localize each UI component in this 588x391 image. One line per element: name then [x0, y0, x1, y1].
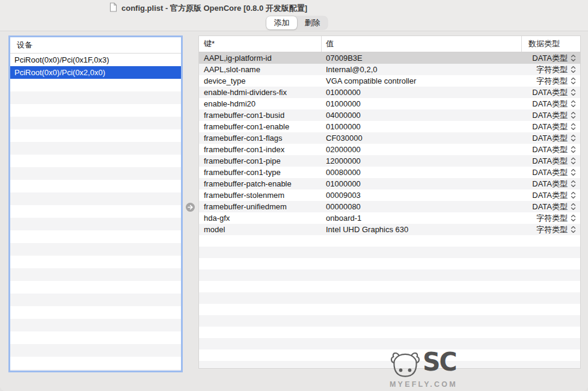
type-stepper[interactable]: [571, 191, 576, 199]
delete-button[interactable]: 删除: [297, 16, 328, 29]
key-cell[interactable]: device_type: [199, 76, 322, 85]
value-cell[interactable]: 12000000: [322, 156, 522, 165]
type-cell[interactable]: DATA类型: [522, 122, 580, 132]
table-row[interactable]: framebuffer-con1-flagsCF030000DATA类型: [199, 132, 580, 144]
table-row[interactable]: framebuffer-patch-enable01000000DATA类型: [199, 178, 580, 189]
type-cell[interactable]: 字符类型: [522, 213, 580, 224]
type-cell[interactable]: DATA类型: [522, 144, 580, 155]
key-cell[interactable]: framebuffer-con1-pipe: [199, 156, 322, 165]
type-stepper[interactable]: [571, 88, 576, 96]
type-label: DATA类型: [532, 167, 568, 178]
key-cell[interactable]: hda-gfx: [199, 214, 322, 223]
table-row[interactable]: framebuffer-stolenmem00009003DATA类型: [199, 189, 580, 201]
transfer-arrow-button[interactable]: [186, 203, 195, 212]
key-cell[interactable]: enable-hdmi20: [199, 99, 322, 108]
type-cell[interactable]: DATA类型: [522, 179, 580, 189]
type-stepper[interactable]: [571, 203, 576, 211]
value-cell[interactable]: 01000000: [322, 122, 522, 131]
type-cell[interactable]: DATA类型: [522, 133, 580, 144]
type-stepper[interactable]: [571, 111, 576, 119]
table-empty-row: [199, 338, 580, 349]
type-stepper[interactable]: [571, 123, 576, 131]
type-cell[interactable]: 字符类型: [522, 224, 580, 235]
table-row[interactable]: framebuffer-con1-enable01000000DATA类型: [199, 121, 580, 132]
type-stepper[interactable]: [571, 226, 576, 233]
type-stepper[interactable]: [571, 157, 576, 165]
type-stepper[interactable]: [571, 54, 576, 62]
value-cell[interactable]: Internal@0,2,0: [322, 65, 522, 74]
device-empty-row: [10, 357, 181, 369]
type-cell[interactable]: 字符类型: [522, 76, 580, 87]
table-row[interactable]: AAPL,slot-nameInternal@0,2,0字符类型: [199, 64, 580, 75]
type-cell[interactable]: DATA类型: [522, 156, 580, 167]
key-cell[interactable]: AAPL,ig-platform-id: [199, 54, 322, 63]
value-cell[interactable]: onboard-1: [322, 214, 522, 223]
value-cell[interactable]: VGA compatible controller: [322, 76, 522, 85]
type-cell[interactable]: DATA类型: [522, 167, 580, 178]
value-cell[interactable]: 02000000: [322, 145, 522, 154]
type-cell[interactable]: DATA类型: [522, 190, 580, 201]
type-stepper[interactable]: [571, 180, 576, 188]
key-cell[interactable]: framebuffer-con1-index: [199, 145, 322, 154]
add-button[interactable]: 添加: [266, 16, 297, 29]
table-row[interactable]: modelIntel UHD Graphics 630字符类型: [199, 224, 580, 235]
key-cell[interactable]: framebuffer-stolenmem: [199, 191, 322, 200]
table-row[interactable]: framebuffer-con1-index02000000DATA类型: [199, 144, 580, 155]
value-cell[interactable]: 00080000: [322, 168, 522, 177]
value-cell[interactable]: 00000080: [322, 202, 522, 211]
key-cell[interactable]: framebuffer-con1-flags: [199, 134, 322, 143]
device-row[interactable]: PciRoot(0x0)/Pci(0x1F,0x3): [10, 54, 181, 66]
value-cell[interactable]: 01000000: [322, 99, 522, 108]
table-row[interactable]: framebuffer-con1-busid04000000DATA类型: [199, 109, 580, 121]
device-empty-row: [10, 230, 181, 243]
type-stepper[interactable]: [571, 100, 576, 108]
key-cell[interactable]: framebuffer-unifiedmem: [199, 202, 322, 211]
device-empty-row: [10, 167, 181, 180]
value-cell[interactable]: 01000000: [322, 88, 522, 97]
type-updown-icon: [571, 226, 576, 233]
value-cell[interactable]: 04000000: [322, 111, 522, 120]
table-row[interactable]: enable-hdmi-dividers-fix01000000DATA类型: [199, 87, 580, 98]
column-header-key[interactable]: 键*: [199, 36, 322, 52]
type-stepper[interactable]: [571, 77, 576, 85]
type-stepper[interactable]: [571, 66, 576, 73]
table-row[interactable]: hda-gfxonboard-1字符类型: [199, 212, 580, 224]
type-cell[interactable]: DATA类型: [522, 202, 580, 212]
type-updown-icon: [571, 203, 576, 211]
key-cell[interactable]: model: [199, 225, 322, 234]
type-cell[interactable]: 字符类型: [522, 64, 580, 75]
column-header-type[interactable]: 数据类型: [522, 36, 580, 52]
table-row[interactable]: framebuffer-con1-type00080000DATA类型: [199, 167, 580, 178]
type-stepper[interactable]: [571, 134, 576, 142]
table-empty-row: [199, 235, 580, 247]
device-row[interactable]: PciRoot(0x0)/Pci(0x2,0x0): [10, 66, 181, 79]
table-row[interactable]: enable-hdmi2001000000DATA类型: [199, 98, 580, 109]
key-cell[interactable]: framebuffer-con1-enable: [199, 122, 322, 131]
device-empty-row: [10, 205, 181, 218]
key-cell[interactable]: enable-hdmi-dividers-fix: [199, 88, 322, 97]
key-cell[interactable]: framebuffer-patch-enable: [199, 179, 322, 188]
type-stepper[interactable]: [571, 214, 576, 222]
type-stepper[interactable]: [571, 146, 576, 153]
key-cell[interactable]: framebuffer-con1-busid: [199, 111, 322, 120]
type-stepper[interactable]: [571, 168, 576, 176]
key-cell[interactable]: AAPL,slot-name: [199, 65, 322, 74]
table-row[interactable]: AAPL,ig-platform-id07009B3EDATA类型: [199, 52, 580, 64]
value-cell[interactable]: 01000000: [322, 179, 522, 188]
type-cell[interactable]: DATA类型: [522, 53, 580, 64]
table-row[interactable]: framebuffer-unifiedmem00000080DATA类型: [199, 201, 580, 212]
table-row[interactable]: device_typeVGA compatible controller字符类型: [199, 75, 580, 87]
type-updown-icon: [571, 54, 576, 62]
table-row[interactable]: framebuffer-con1-pipe12000000DATA类型: [199, 155, 580, 167]
table-empty-row: [199, 258, 580, 269]
value-cell[interactable]: 07009B3E: [322, 54, 522, 63]
value-cell[interactable]: 00009003: [322, 191, 522, 200]
value-cell[interactable]: Intel UHD Graphics 630: [322, 225, 522, 234]
value-cell[interactable]: CF030000: [322, 134, 522, 143]
type-cell[interactable]: DATA类型: [522, 110, 580, 121]
key-cell[interactable]: framebuffer-con1-type: [199, 168, 322, 177]
type-cell[interactable]: DATA类型: [522, 99, 580, 109]
type-cell[interactable]: DATA类型: [522, 87, 580, 98]
device-empty-row: [10, 268, 181, 281]
column-header-value[interactable]: 值: [322, 36, 522, 52]
